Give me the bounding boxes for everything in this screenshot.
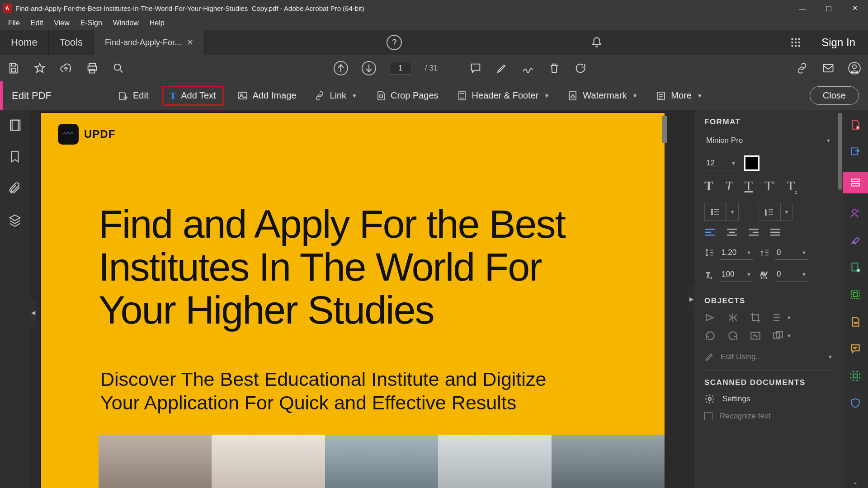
- share-link-icon[interactable]: [796, 62, 808, 75]
- compress-button[interactable]: [848, 287, 863, 302]
- add-text-button[interactable]: TAdd Text: [162, 86, 224, 106]
- font-color-swatch[interactable]: [744, 155, 760, 171]
- comment-icon[interactable]: [469, 62, 482, 75]
- chevron-down-icon[interactable]: ⌄: [853, 478, 858, 485]
- attachment-icon[interactable]: [8, 182, 22, 195]
- link-label: Link: [330, 90, 346, 101]
- close-edit-button[interactable]: Close: [810, 86, 859, 105]
- print-icon[interactable]: [86, 62, 99, 75]
- crop-object-button[interactable]: [750, 312, 761, 324]
- star-icon[interactable]: [33, 62, 46, 75]
- align-left-button[interactable]: [704, 228, 716, 237]
- menu-esign[interactable]: E-Sign: [75, 17, 108, 29]
- tracking-control[interactable]: AV0▼: [760, 267, 808, 282]
- bullet-list-dropdown[interactable]: ▼: [726, 203, 739, 221]
- bell-icon: [591, 37, 603, 48]
- edit-button[interactable]: Edit: [113, 88, 153, 104]
- maximize-button[interactable]: ▢: [816, 0, 842, 16]
- bookmark-icon[interactable]: [8, 150, 22, 164]
- search-icon[interactable]: [112, 62, 125, 75]
- layers-icon[interactable]: [8, 213, 22, 227]
- font-family-dropdown[interactable]: Minion Pro▼: [704, 133, 833, 148]
- redact-button[interactable]: [848, 314, 863, 329]
- settings-button[interactable]: Settings: [704, 394, 833, 404]
- edit-using-dropdown[interactable]: Edit Using... ▼: [704, 348, 833, 366]
- delete-icon[interactable]: [548, 62, 561, 75]
- recognize-text-checkbox[interactable]: Recognize text: [704, 412, 833, 421]
- crop-pages-button[interactable]: Crop Pages: [371, 88, 443, 104]
- sign-in-button[interactable]: Sign In: [809, 30, 868, 55]
- tab-home[interactable]: Home: [0, 30, 49, 55]
- flip-vertical-button[interactable]: [704, 312, 716, 324]
- menu-help[interactable]: Help: [144, 17, 170, 29]
- document-subline: Discover The Best Educational Institute …: [100, 368, 574, 414]
- thumbnails-icon[interactable]: [8, 118, 22, 132]
- header-footer-icon: [457, 90, 467, 101]
- highlight-icon[interactable]: [495, 62, 508, 75]
- flip-horizontal-button[interactable]: [727, 312, 739, 324]
- menu-window[interactable]: Window: [108, 17, 144, 29]
- horizontal-scale-control[interactable]: T100▼: [704, 267, 753, 282]
- space-before-control[interactable]: 0▼: [760, 245, 808, 260]
- watermark-button[interactable]: Watermark▼: [563, 88, 642, 104]
- expand-right-handle[interactable]: ▶: [688, 286, 694, 313]
- edit-pdf-rail-button[interactable]: [843, 172, 868, 193]
- export-pdf-button[interactable]: [848, 145, 863, 159]
- bullet-list-group[interactable]: ▼: [704, 203, 739, 221]
- email-icon[interactable]: [822, 62, 835, 75]
- align-justify-button[interactable]: [769, 228, 781, 237]
- tab-document[interactable]: Find-and-Apply-For... ✕: [94, 30, 205, 55]
- add-image-button[interactable]: Add Image: [233, 88, 301, 104]
- rotate-icon[interactable]: [574, 62, 587, 75]
- tab-close-icon[interactable]: ✕: [187, 38, 193, 47]
- align-objects-button[interactable]: [772, 330, 784, 342]
- tracking-value: 0: [777, 270, 781, 279]
- page-up-button[interactable]: [334, 61, 348, 75]
- fill-sign-button[interactable]: [848, 233, 863, 248]
- cloud-upload-icon[interactable]: [60, 62, 72, 75]
- bullet-list-button[interactable]: [704, 203, 726, 221]
- more-button[interactable]: More▼: [651, 88, 707, 104]
- minimize-button[interactable]: ―: [789, 0, 816, 16]
- subscript-button[interactable]: T₁: [787, 178, 797, 195]
- tab-tools[interactable]: Tools: [49, 30, 94, 55]
- menu-file[interactable]: File: [3, 17, 25, 29]
- align-center-button[interactable]: [726, 228, 738, 237]
- bold-button[interactable]: T: [704, 178, 713, 195]
- menu-view[interactable]: View: [48, 17, 75, 29]
- request-signatures-button[interactable]: [848, 206, 863, 221]
- align-right-button[interactable]: [748, 228, 760, 237]
- sign-icon[interactable]: [522, 62, 534, 75]
- apps-button[interactable]: [783, 30, 809, 55]
- save-icon[interactable]: [7, 62, 20, 75]
- link-button[interactable]: Link▼: [310, 88, 362, 104]
- menu-edit[interactable]: Edit: [25, 17, 49, 29]
- notifications-button[interactable]: [584, 30, 610, 55]
- page-number-input[interactable]: [390, 62, 411, 75]
- format-scrollbar[interactable]: [838, 113, 842, 190]
- number-list-dropdown[interactable]: ▼: [780, 203, 793, 221]
- rotate-cw-button[interactable]: [727, 330, 739, 342]
- line-spacing-control[interactable]: 1.20▼: [704, 245, 753, 260]
- rotate-ccw-button[interactable]: [704, 330, 716, 342]
- number-list-group[interactable]: 123▼: [759, 203, 793, 221]
- document-viewport[interactable]: 〰 UPDF Find and Apply For the Best Insti…: [30, 110, 688, 488]
- page-down-button[interactable]: [362, 61, 376, 75]
- replace-image-button[interactable]: [750, 330, 761, 342]
- comment-rail-button[interactable]: [848, 342, 863, 356]
- arrange-button[interactable]: [772, 312, 784, 324]
- number-list-button[interactable]: 123: [759, 203, 780, 221]
- create-pdf-button[interactable]: [848, 117, 863, 132]
- account-icon[interactable]: [848, 62, 861, 75]
- italic-button[interactable]: T: [725, 178, 733, 195]
- header-footer-button[interactable]: Header & Footer▼: [452, 88, 554, 104]
- close-window-button[interactable]: ✕: [842, 0, 868, 16]
- font-size-dropdown[interactable]: 12▼: [704, 156, 738, 170]
- superscript-button[interactable]: T¹: [764, 178, 775, 195]
- protect-button[interactable]: [848, 396, 863, 410]
- underline-button[interactable]: T: [745, 178, 753, 195]
- scan-ocr-button[interactable]: [848, 369, 863, 383]
- help-button[interactable]: ?: [377, 30, 411, 55]
- page-scrollbar[interactable]: [662, 116, 667, 143]
- organize-pages-button[interactable]: [848, 260, 863, 275]
